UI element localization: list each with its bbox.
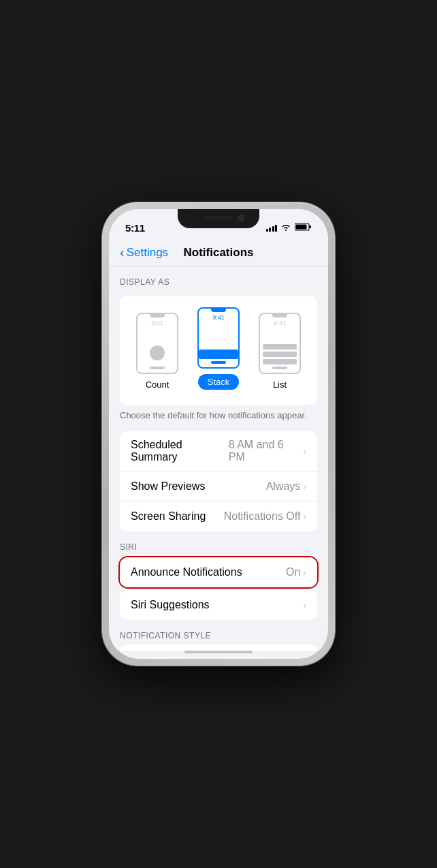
count-home (150, 367, 165, 369)
announce-highlight-border: Announce Notifications On › (118, 556, 319, 589)
stack-notch (211, 309, 226, 312)
scheduled-summary-label: Scheduled Summary (131, 439, 229, 463)
stack-home (211, 361, 226, 364)
notch (178, 209, 259, 228)
screen-sharing-row[interactable]: Screen Sharing Notifications Off › (120, 501, 317, 531)
announce-notifications-chevron: › (303, 567, 306, 578)
announce-notifications-right: On › (286, 566, 306, 578)
svg-rect-2 (310, 226, 312, 228)
siri-suggestions-row[interactable]: Siri Suggestions › (120, 590, 317, 620)
show-previews-row[interactable]: Show Previews Always › (120, 471, 317, 501)
list-notch (272, 314, 287, 317)
scroll-content: DISPLAY AS 9:41 Count (109, 266, 328, 651)
phone-frame: 5:11 (102, 202, 335, 666)
show-previews-chevron: › (303, 481, 306, 492)
count-badge (150, 345, 165, 360)
screen-sharing-chevron: › (303, 511, 306, 522)
wifi-icon (280, 223, 291, 233)
adguard-row[interactable]: AdGuard Off › (120, 645, 317, 651)
back-button[interactable]: ‹ Settings (120, 245, 168, 260)
count-phone-icon: 9:41 (136, 313, 178, 374)
notification-style-section-label: NOTIFICATION STYLE (109, 620, 328, 645)
announce-row-container: Announce Notifications On › (118, 556, 319, 589)
show-previews-value: Always (266, 480, 301, 493)
list-label: List (273, 379, 287, 390)
battery-icon (295, 223, 312, 233)
display-option-list[interactable]: 9:41 List (259, 313, 301, 390)
screen-sharing-value: Notifications Off (224, 510, 301, 523)
display-option-count[interactable]: 9:41 Count (136, 313, 178, 390)
screen-sharing-right: Notifications Off › (224, 510, 306, 523)
scheduled-summary-value: 8 AM and 6 PM (229, 439, 301, 463)
display-as-card: 9:41 Count 9:41 (120, 296, 317, 405)
screen-sharing-label: Screen Sharing (131, 510, 206, 523)
scheduled-summary-right: 8 AM and 6 PM › (229, 439, 306, 463)
display-options: 9:41 Count 9:41 (120, 307, 317, 390)
display-option-stack[interactable]: 9:41 Stack (197, 307, 240, 390)
siri-suggestions-card: Siri Suggestions › (120, 590, 317, 620)
announce-notifications-label: Announce Notifications (131, 566, 242, 578)
stack-notification (199, 350, 238, 359)
phone-screen: 5:11 (109, 209, 328, 659)
page-title: Notifications (184, 246, 254, 260)
siri-suggestions-label: Siri Suggestions (131, 599, 210, 611)
count-notch (150, 314, 165, 317)
front-camera (238, 215, 244, 221)
display-hint: Choose the default for how notifications… (109, 405, 328, 423)
show-previews-right: Always › (266, 480, 306, 493)
notification-style-card: AdGuard Off › (120, 645, 317, 651)
show-previews-label: Show Previews (131, 480, 205, 493)
status-time: 5:11 (125, 222, 145, 234)
home-bar (184, 651, 253, 653)
back-label: Settings (127, 246, 168, 260)
nav-bar: ‹ Settings Notifications (109, 239, 328, 266)
main-settings-card: Scheduled Summary 8 AM and 6 PM › Show P… (120, 431, 317, 531)
announce-notifications-row[interactable]: Announce Notifications On › (120, 557, 317, 587)
announce-notifications-value: On (286, 566, 300, 578)
speaker (205, 216, 232, 219)
stack-label: Stack (198, 374, 240, 390)
scheduled-summary-row[interactable]: Scheduled Summary 8 AM and 6 PM › (120, 431, 317, 471)
stack-phone-icon: 9:41 (197, 307, 240, 369)
scheduled-summary-chevron: › (303, 446, 306, 456)
list-phone-icon: 9:41 (259, 313, 301, 374)
status-icons (266, 223, 312, 233)
siri-suggestions-right: › (303, 600, 306, 610)
count-label: Count (146, 379, 169, 390)
siri-section-label: SIRI (109, 531, 328, 556)
list-home (272, 367, 287, 369)
svg-rect-1 (296, 224, 307, 229)
signal-icon (266, 223, 278, 232)
list-notifications (260, 344, 300, 365)
back-chevron-icon: ‹ (120, 245, 125, 260)
siri-suggestions-chevron: › (303, 600, 306, 610)
display-as-section-label: DISPLAY AS (109, 266, 328, 291)
